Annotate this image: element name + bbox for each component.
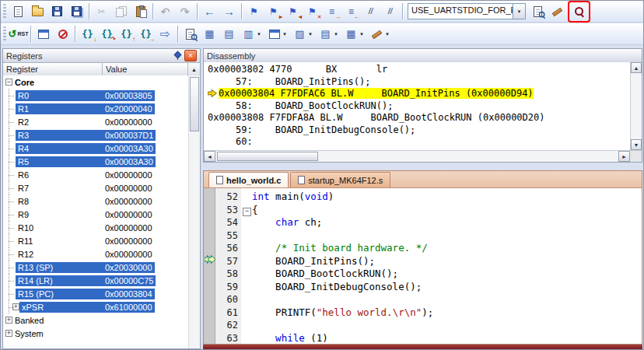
line-number[interactable]: 63	[215, 332, 238, 345]
marker-margin-row[interactable]	[204, 242, 215, 255]
value-column-header[interactable]: Value	[103, 63, 188, 76]
step-over-button[interactable]: {}↷	[97, 25, 117, 44]
registers-scrollbar-thumb[interactable]	[190, 77, 199, 131]
line-number-margin[interactable]: 525354555657585960616263	[215, 188, 241, 344]
register-row[interactable]: +xPSR0x61000000	[3, 300, 188, 313]
code-line[interactable]: while (1)	[252, 332, 642, 345]
marker-margin-row[interactable]	[204, 204, 215, 217]
fold-margin-row[interactable]	[241, 268, 252, 281]
collapse-icon[interactable]: −	[5, 79, 12, 86]
code-line[interactable]: BOARD_BootClockRUN();	[252, 268, 642, 281]
marker-margin[interactable]	[204, 188, 215, 344]
memory-window-button[interactable]: ▦	[200, 25, 219, 44]
fold-margin-row[interactable]	[241, 281, 252, 294]
toolbar-grip[interactable]	[3, 4, 6, 19]
code-line[interactable]: BOARD_InitPins();	[252, 255, 642, 268]
line-number[interactable]: 57	[215, 255, 238, 268]
fold-margin-row[interactable]	[241, 191, 252, 204]
line-number[interactable]: 62	[215, 319, 238, 332]
find-in-files-button[interactable]	[528, 2, 548, 21]
fold-margin-row[interactable]	[241, 306, 252, 320]
fold-collapse-icon[interactable]: −	[243, 208, 251, 216]
save-all-button[interactable]	[67, 2, 86, 21]
marker-margin-row[interactable]	[204, 255, 215, 268]
fold-margin-row[interactable]	[241, 332, 252, 345]
tab-startup-mk64f12-s[interactable]: startup_MK64F12.s	[290, 172, 390, 187]
register-row[interactable]: −Core	[3, 75, 188, 89]
line-number[interactable]: 52	[215, 191, 238, 204]
marker-margin-row[interactable]	[204, 191, 215, 204]
disassembly-vertical-scrollbar[interactable]: ▲ ▼	[630, 62, 642, 150]
disassembly-line[interactable]: 57: BOARD_InitPins();	[204, 76, 630, 89]
register-row[interactable]: R120x00000000	[3, 247, 188, 261]
register-row[interactable]: R70x00000000	[3, 181, 188, 194]
copy-button[interactable]	[111, 2, 131, 21]
register-row[interactable]: R10x20000040	[3, 102, 188, 115]
outdent-button[interactable]: ≡←	[341, 2, 361, 21]
combo-dropdown-button[interactable]: ▼	[513, 4, 525, 19]
register-row[interactable]: R60x00000000	[3, 168, 188, 181]
code-line[interactable]: char ch;	[252, 216, 642, 229]
register-row[interactable]: R90x00000000	[3, 208, 188, 221]
register-row[interactable]: R13 (SP)0x20030000	[3, 261, 188, 274]
marker-margin-row[interactable]	[204, 268, 215, 281]
code-line[interactable]	[252, 229, 642, 243]
line-number[interactable]: 58	[215, 268, 238, 281]
stop-debug-button[interactable]	[53, 25, 72, 44]
disassembly-hscrollbar-thumb[interactable]	[217, 152, 318, 161]
redo-button[interactable]: ↷	[175, 2, 194, 21]
fold-margin-row[interactable]	[241, 319, 252, 332]
fold-margin-row[interactable]	[241, 242, 252, 255]
line-number[interactable]: 61	[215, 306, 238, 320]
expand-icon[interactable]: +	[5, 317, 12, 324]
expand-icon[interactable]: +	[5, 330, 12, 337]
toggle-bookmark-button[interactable]: ⚑	[244, 2, 264, 21]
watch-window-button[interactable]	[180, 25, 200, 44]
line-number[interactable]: 56	[215, 242, 238, 255]
disassembly-scrollbar-track[interactable]	[631, 73, 642, 139]
fold-margin-row[interactable]: −	[241, 204, 252, 217]
clear-bookmarks-button[interactable]: ⚑×	[303, 2, 322, 21]
code-line[interactable]	[252, 293, 642, 306]
register-row[interactable]: R100x00000000	[3, 221, 188, 234]
memory-view-button[interactable]: ▨▼	[290, 25, 316, 44]
marker-margin-row[interactable]	[204, 216, 215, 229]
uncomment-button[interactable]: //	[380, 2, 400, 21]
disassembly-line[interactable]: 0x00003804 F7FDFAC6 BL.W BOARD_InitPins …	[204, 88, 630, 100]
build-config-combo[interactable]: USE_UARTSTDIO_FOR_EF▼	[408, 3, 526, 19]
code-line[interactable]: int main(void)	[252, 191, 642, 204]
line-number[interactable]: 60	[215, 293, 238, 306]
open-file-button[interactable]	[28, 2, 47, 21]
marker-margin-row[interactable]	[204, 281, 215, 294]
disassembly-scroll-up-button[interactable]: ▲	[631, 62, 642, 73]
register-row[interactable]: R30x000037D1	[3, 128, 188, 142]
fold-margin-row[interactable]	[241, 216, 252, 229]
register-row[interactable]: R15 (PC)0x00003804	[3, 287, 188, 300]
tab-hello-world-c[interactable]: hello_world.c	[208, 172, 289, 187]
navigate-back-button[interactable]: ←	[200, 2, 219, 21]
line-number[interactable]: 55	[215, 229, 238, 243]
variables-window-button[interactable]: ▥▼	[239, 25, 264, 44]
reset-button[interactable]: ↺RST	[9, 25, 28, 44]
code-line[interactable]: {	[252, 204, 642, 217]
go-button[interactable]: ⇨	[156, 25, 175, 44]
disassembly-scroll-down-button[interactable]: ▼	[631, 139, 642, 150]
navigate-forward-button[interactable]: →	[219, 2, 239, 21]
line-number[interactable]: 59	[215, 281, 238, 294]
marker-margin-row[interactable]	[204, 306, 215, 320]
disassembly-horizontal-scrollbar[interactable]: ◄ ►	[204, 150, 642, 162]
call-stack-window-button[interactable]: ▼	[264, 25, 290, 44]
peripherals-window-button[interactable]: ▤▼	[316, 25, 341, 44]
register-row[interactable]: +Banked	[3, 313, 188, 327]
register-row[interactable]: R14 (LR)0x00000C75	[3, 274, 188, 287]
disassembly-line[interactable]: 58: BOARD_BootClockRUN();	[204, 100, 630, 113]
register-row[interactable]: R80x00000000	[3, 194, 188, 208]
register-row[interactable]: R40x00003A30	[3, 142, 188, 155]
save-button[interactable]	[47, 2, 67, 21]
disassembly-view[interactable]: 0x00003802 4770 BX lr 57: BOARD_InitPins…	[204, 62, 642, 150]
auto-hide-button[interactable]	[172, 51, 183, 61]
breakpoints-window-button[interactable]: ▦▼	[341, 25, 367, 44]
toolbar-grip[interactable]	[3, 26, 6, 42]
code-line[interactable]	[252, 319, 642, 332]
comment-button[interactable]: //	[361, 2, 380, 21]
